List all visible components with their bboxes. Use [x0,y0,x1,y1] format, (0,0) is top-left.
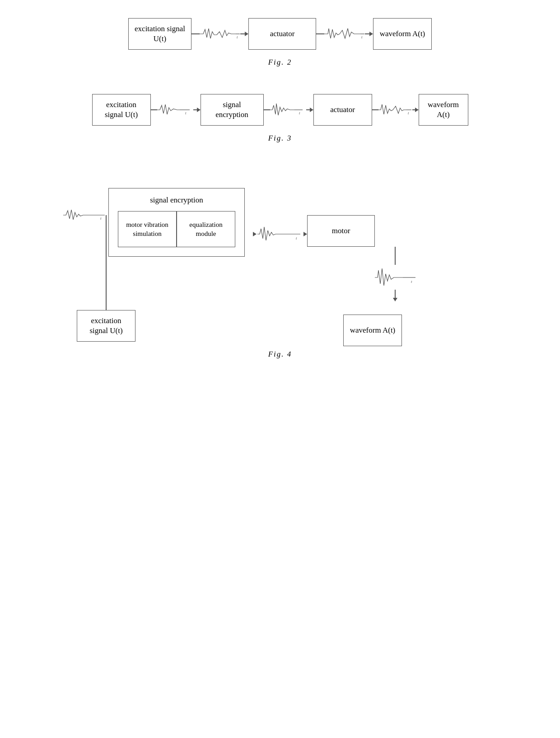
fig3-arrowhead2 [310,108,313,112]
fig3-line2b [306,109,310,110]
svg-text:t: t [299,111,300,115]
fig3-line2a [264,109,270,110]
fig4-equalization-label: equalization module [180,220,232,239]
fig4-vline-right [395,247,396,265]
fig3-waveform-block: waveform A(t) [419,94,468,126]
fig4-excitation-area: excitation signal U(t) [77,310,135,342]
fig3-line3a [372,109,378,110]
fig3-arrow3: t [372,101,419,119]
fig4-motor-block: motor [307,215,375,247]
fig4-output-waveform: t [370,265,420,290]
fig2-waveform-block: waveform A(t) [373,18,432,50]
fig4-diagram: t signal encryption motor vibration simu… [36,170,524,359]
fig2-waveform2: t [324,25,365,43]
fig4-waveform-block-area: waveform A(t) [343,315,402,346]
svg-text:t: t [100,216,102,221]
fig4-input-waveform: t [63,206,108,224]
svg-text:t: t [411,279,412,284]
fig3-waveform-label: waveform A(t) [425,100,462,120]
fig4-excitation-label: excitation signal U(t) [83,316,130,336]
fig2-line1b [240,33,245,34]
page: excitation signal U(t) t actuator [0,0,560,377]
fig4-motor-vibration-label: motor vibration simulation [121,220,173,239]
fig4-label: Fig. 4 [268,350,292,359]
fig4-output-area: t [370,247,420,301]
fig3-waveform3: t [378,101,412,119]
fig4-input-waveform-area: t [63,206,108,224]
fig4-outer-block: signal encryption motor vibration simula… [108,188,245,257]
fig3-row: excitation signal U(t) t signal encrypti… [92,94,468,126]
svg-text:t: t [296,236,297,240]
fig4-waveform-block: waveform A(t) [343,315,402,346]
fig3-arrowhead3 [415,108,419,112]
fig4-motor-area: motor [307,215,375,247]
fig4-waveform-label: waveform A(t) [350,325,396,335]
fig3-encryption-block: signal encryption [201,94,264,126]
fig4-motor-label: motor [332,226,350,236]
fig4-arrowhead-mid2 [303,232,307,236]
fig4-mid-waveform: t [257,224,303,244]
fig2-excitation-block: excitation signal U(t) [128,18,191,50]
fig3-line1a [151,109,157,110]
fig4-arrowhead-down [393,298,397,301]
fig2-excitation-label: excitation signal U(t) [134,24,186,44]
fig4-equalization-block: equalization module [177,211,235,247]
fig2-line2a [316,33,324,34]
fig2-line2b [365,33,369,34]
fig3-arrow2: t [264,101,313,119]
fig3-arrowhead1 [197,108,201,112]
fig4-motor-vibration-block: motor vibration simulation [118,211,177,247]
fig2-label: Fig. 2 [268,58,292,67]
fig2-diagram: excitation signal U(t) t actuator [36,18,524,67]
svg-text:t: t [185,111,187,115]
fig2-arrow1: t [191,25,248,43]
svg-text:t: t [408,111,409,115]
fig2-actuator-block: actuator [248,18,316,50]
fig3-excitation-block: excitation signal U(t) [92,94,151,126]
fig4-vline-right2 [395,290,396,298]
fig3-waveform1: t [157,101,193,119]
fig3-arrow1: t [151,101,201,119]
fig3-encryption-label: signal encryption [206,100,258,120]
fig2-line1a [191,33,200,34]
fig2-arrowhead2 [369,32,373,36]
svg-text:t: t [361,35,363,39]
fig4-outer-label: signal encryption [118,196,235,205]
fig2-arrowhead1 [245,32,248,36]
fig4-vline-left [106,215,107,310]
fig4-inner-row: motor vibration simulation equalization … [118,211,235,247]
fig4-content: t signal encryption motor vibration simu… [63,170,497,342]
fig4-arrowhead-mid [253,232,257,236]
fig4-encryption-outer: signal encryption motor vibration simula… [108,188,245,257]
fig3-diagram: excitation signal U(t) t signal encrypti… [36,94,524,143]
fig2-arrow2: t [316,25,373,43]
fig3-line1b [193,109,197,110]
fig3-label: Fig. 3 [268,134,292,143]
fig3-excitation-label: excitation signal U(t) [98,100,145,120]
svg-text:t: t [237,35,238,39]
fig3-waveform2: t [270,101,306,119]
fig2-row: excitation signal U(t) t actuator [128,18,432,50]
fig4-mid-waveform-area: t [253,224,307,244]
fig2-waveform-label: waveform A(t) [380,29,425,39]
fig4-excitation-block: excitation signal U(t) [77,310,135,342]
fig3-actuator-label: actuator [330,105,355,115]
fig2-actuator-label: actuator [270,29,295,39]
fig3-actuator-block: actuator [313,94,372,126]
fig2-waveform1: t [200,25,240,43]
